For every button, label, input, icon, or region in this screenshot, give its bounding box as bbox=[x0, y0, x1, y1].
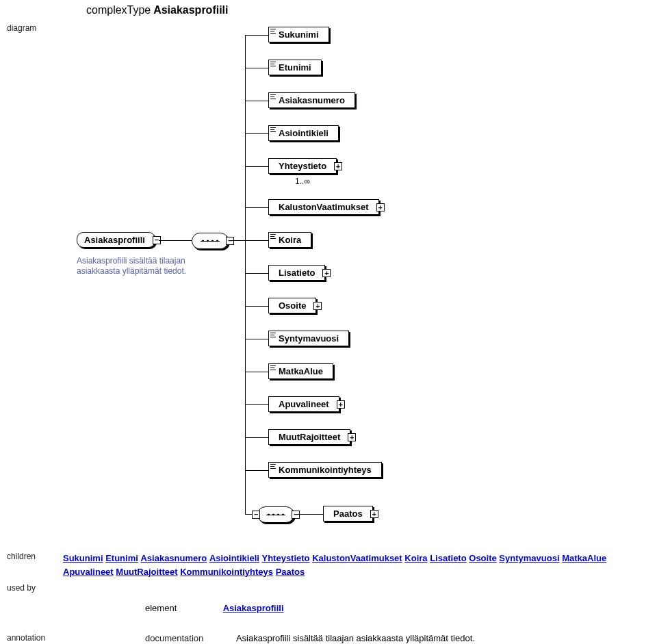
element-box: Syntymavuosi bbox=[268, 331, 349, 346]
minus-icon: − bbox=[292, 511, 300, 519]
plus-icon: + bbox=[322, 269, 331, 277]
element-box: Sukunimi bbox=[268, 27, 329, 42]
element-label: KalustonVaatimukset bbox=[279, 202, 369, 212]
children-list: Sukunimi Etunimi Asiakasnumero Asiointik… bbox=[62, 548, 634, 579]
element-box: Koira bbox=[268, 232, 311, 248]
child-link[interactable]: Etunimi bbox=[105, 553, 138, 563]
child-link[interactable]: Koira bbox=[404, 553, 427, 563]
element-label: Apuvalineet bbox=[279, 399, 329, 409]
child-link[interactable]: Asiointikieli bbox=[209, 553, 259, 563]
child-link[interactable]: Asiakasnumero bbox=[140, 553, 207, 563]
element-box: Apuvalineet+ bbox=[268, 396, 339, 412]
plus-icon: + bbox=[348, 433, 356, 441]
plus-icon: + bbox=[313, 302, 322, 310]
usedby-kind: element bbox=[145, 603, 220, 613]
root-element-box: Asiakasprofiili − bbox=[77, 232, 155, 248]
element-label: Koira bbox=[279, 235, 301, 245]
child-link[interactable]: Paatos bbox=[276, 567, 305, 577]
schema-diagram: Asiakasprofiili − Asiakasprofiili sisält… bbox=[77, 20, 487, 547]
element-label: Asiakasnumero bbox=[279, 95, 345, 105]
element-label: MatkaAlue bbox=[279, 366, 323, 376]
element-label: MuutRajoitteet bbox=[279, 432, 340, 442]
element-label: Kommunikointiyhteys bbox=[279, 465, 372, 475]
child-link[interactable]: Kommunikointiyhteys bbox=[180, 567, 273, 577]
child-link[interactable]: MatkaAlue bbox=[562, 553, 606, 563]
element-box: MuutRajoitteet+ bbox=[268, 429, 350, 445]
row-label-annotation: annotation bbox=[4, 614, 62, 644]
child-link[interactable]: KalustonVaatimukset bbox=[312, 553, 402, 563]
element-box: KalustonVaatimukset+ bbox=[268, 199, 379, 215]
element-box: Yhteystieto+1..∞ bbox=[268, 158, 337, 174]
element-label: Asiointikieli bbox=[279, 128, 328, 138]
element-box: Kommunikointiyhteys bbox=[268, 462, 382, 478]
child-link[interactable]: Apuvalineet bbox=[63, 567, 114, 577]
element-label: Etunimi bbox=[279, 62, 311, 73]
child-link[interactable]: Syntymavuosi bbox=[499, 553, 559, 563]
root-description: Asiakasprofiili sisältää tilaajan asiakk… bbox=[77, 256, 190, 276]
minus-icon: − bbox=[252, 511, 260, 519]
root-element-label: Asiakasprofiili bbox=[84, 235, 145, 245]
element-label: Sukunimi bbox=[279, 29, 319, 40]
sequence-compositor-icon: − − bbox=[257, 506, 294, 523]
element-label: Osoite bbox=[279, 300, 306, 311]
element-box: Lisatieto+ bbox=[268, 265, 325, 281]
plus-icon: + bbox=[334, 162, 342, 170]
plus-icon: + bbox=[370, 510, 378, 518]
element-label: Paatos bbox=[333, 508, 363, 519]
usedby-link[interactable]: Asiakasprofiili bbox=[223, 603, 284, 613]
child-link[interactable]: MuutRajoitteet bbox=[116, 567, 177, 577]
element-label: Yhteystieto bbox=[279, 161, 326, 171]
plus-icon: + bbox=[376, 203, 385, 211]
child-link[interactable]: Lisatieto bbox=[430, 553, 466, 563]
occurrence-label: 1..∞ bbox=[295, 177, 310, 186]
row-label-children: children bbox=[4, 548, 62, 579]
minus-icon: − bbox=[226, 237, 234, 245]
element-box: MatkaAlue bbox=[268, 363, 333, 379]
row-label-usedby: used by bbox=[4, 579, 62, 614]
child-link[interactable]: Yhteystieto bbox=[261, 553, 309, 563]
sequence-compositor-icon: − bbox=[192, 233, 229, 249]
element-label: Lisatieto bbox=[279, 268, 315, 278]
element-box: Paatos + bbox=[323, 506, 373, 521]
documentation-text: Asiakasprofiili sisältää tilaajan asiakk… bbox=[236, 633, 475, 643]
element-box: Asiointikieli bbox=[268, 125, 339, 141]
element-box: Osoite+ bbox=[268, 298, 316, 313]
row-label-diagram: diagram bbox=[4, 19, 62, 548]
child-link[interactable]: Osoite bbox=[469, 553, 496, 563]
element-box: Etunimi bbox=[268, 60, 322, 75]
page-title: complexType Asiakasprofiili bbox=[86, 4, 657, 16]
documentation-label: documentation bbox=[145, 633, 234, 643]
child-link[interactable]: Sukunimi bbox=[63, 553, 103, 563]
plus-icon: + bbox=[337, 400, 345, 409]
element-box: Asiakasnumero bbox=[268, 92, 355, 108]
element-label: Syntymavuosi bbox=[279, 333, 339, 344]
